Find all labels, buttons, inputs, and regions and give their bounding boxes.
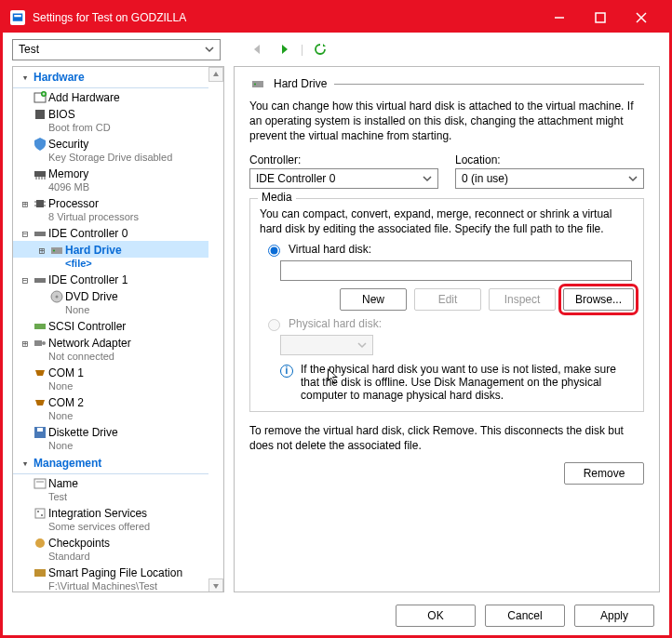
sidebar-item-paging[interactable]: Smart Paging File Location bbox=[13, 564, 208, 580]
apply-button[interactable]: Apply bbox=[574, 605, 654, 627]
window-title: Settings for Test on GODZILLA bbox=[33, 11, 539, 24]
controller-icon bbox=[32, 226, 48, 241]
sidebar-item-processor[interactable]: ⊞ Processor bbox=[13, 194, 208, 211]
sidebar-item-scsi[interactable]: SCSI Controller bbox=[13, 317, 208, 334]
remove-button[interactable]: Remove bbox=[564, 462, 644, 485]
physical-disk-select bbox=[280, 335, 373, 355]
services-icon bbox=[32, 506, 48, 521]
sidebar-item-sub: Standard bbox=[48, 551, 208, 564]
radio-physical-label: Physical hard disk: bbox=[289, 317, 382, 330]
svg-point-32 bbox=[42, 341, 46, 345]
media-group: Media You can compact, convert, expand, … bbox=[249, 198, 644, 412]
media-title: Media bbox=[258, 191, 296, 204]
edit-button[interactable]: Edit bbox=[414, 288, 481, 311]
sidebar-item-sub: Test bbox=[48, 491, 208, 504]
ok-button[interactable]: OK bbox=[396, 605, 476, 627]
controller-select[interactable]: IDE Controller 0 bbox=[249, 168, 438, 189]
inspect-button[interactable]: Inspect bbox=[489, 288, 556, 311]
sidebar-item-sub: Not connected bbox=[48, 351, 208, 364]
section-title: Hard Drive bbox=[274, 77, 327, 90]
controller-value: IDE Controller 0 bbox=[256, 172, 335, 185]
sidebar-item-security[interactable]: Security bbox=[13, 135, 208, 152]
svg-point-40 bbox=[35, 538, 45, 548]
toolbar: Test | bbox=[3, 33, 669, 66]
radio-virtual-disk[interactable]: Virtual hard disk: bbox=[263, 242, 634, 257]
sidebar-item-network[interactable]: ⊞ Network Adapter bbox=[13, 334, 208, 351]
sidebar-item-dvd-drive[interactable]: DVD Drive bbox=[13, 287, 208, 304]
cpu-icon bbox=[32, 196, 48, 211]
refresh-button[interactable] bbox=[311, 40, 329, 59]
sidebar-item-ide0[interactable]: ⊟ IDE Controller 0 bbox=[13, 224, 208, 241]
sidebar-item-bios[interactable]: BIOS bbox=[13, 105, 208, 122]
category-label: Hardware bbox=[34, 71, 85, 84]
close-button[interactable] bbox=[621, 3, 662, 33]
settings-tree[interactable]: ▾ Hardware Add Hardware BIOS Boot from C… bbox=[12, 66, 224, 592]
chevron-down-icon bbox=[628, 174, 638, 183]
svg-rect-31 bbox=[34, 340, 42, 346]
category-hardware[interactable]: ▾ Hardware bbox=[13, 67, 208, 88]
physical-info-text: If the physical hard disk you want to us… bbox=[301, 363, 634, 402]
svg-rect-39 bbox=[41, 514, 43, 516]
floppy-icon bbox=[32, 425, 48, 440]
expand-icon[interactable]: ⊞ bbox=[19, 198, 32, 210]
hard-drive-icon bbox=[48, 243, 65, 258]
forward-button[interactable] bbox=[275, 40, 293, 59]
sidebar-item-com1[interactable]: COM 1 bbox=[13, 364, 208, 380]
sidebar-item-sub: Boot from CD bbox=[48, 122, 208, 135]
radio-physical-input[interactable] bbox=[268, 319, 280, 331]
vm-selector-combo[interactable]: Test bbox=[12, 39, 221, 60]
maximize-button[interactable] bbox=[580, 3, 621, 33]
collapse-icon[interactable]: ⊟ bbox=[19, 228, 32, 240]
svg-rect-38 bbox=[37, 511, 39, 512]
sidebar-item-sub: None bbox=[48, 380, 208, 393]
expand-icon[interactable]: ⊞ bbox=[19, 338, 32, 350]
memory-icon bbox=[32, 166, 48, 181]
browse-button[interactable]: Browse... bbox=[563, 288, 634, 311]
back-button[interactable] bbox=[249, 40, 267, 59]
sidebar-item-sub: Key Storage Drive disabled bbox=[48, 152, 208, 165]
sidebar-item-hard-drive[interactable]: ⊞ Hard Drive bbox=[13, 241, 208, 258]
sidebar-item-sub: <file> bbox=[65, 258, 208, 271]
scroll-down-icon[interactable] bbox=[208, 578, 223, 592]
collapse-icon[interactable]: ⊟ bbox=[19, 274, 32, 286]
sidebar-item-com2[interactable]: COM 2 bbox=[13, 393, 208, 410]
svg-rect-37 bbox=[35, 509, 45, 518]
sidebar-item-diskette[interactable]: Diskette Drive bbox=[13, 423, 208, 440]
settings-window: Settings for Test on GODZILLA Test | ▾ H… bbox=[0, 0, 672, 638]
new-button[interactable]: New bbox=[340, 288, 407, 311]
sidebar-item-sub: 8 Virtual processors bbox=[48, 211, 208, 224]
svg-rect-30 bbox=[34, 324, 46, 329]
media-hint: You can compact, convert, expand, merge,… bbox=[260, 206, 634, 236]
sidebar-item-name[interactable]: Name bbox=[13, 474, 208, 491]
minimize-button[interactable] bbox=[539, 3, 580, 33]
vhd-path-input[interactable] bbox=[280, 260, 632, 281]
collapse-icon: ▾ bbox=[19, 72, 32, 84]
expand-icon[interactable]: ⊞ bbox=[35, 245, 48, 257]
network-icon bbox=[32, 336, 48, 351]
titlebar: Settings for Test on GODZILLA bbox=[3, 3, 669, 33]
svg-marker-6 bbox=[254, 45, 260, 54]
shield-icon bbox=[32, 137, 48, 152]
sidebar-item-memory[interactable]: Memory bbox=[13, 165, 208, 181]
svg-rect-44 bbox=[252, 81, 263, 87]
location-label: Location: bbox=[455, 153, 644, 166]
radio-physical-disk[interactable]: Physical hard disk: bbox=[263, 316, 634, 331]
svg-marker-42 bbox=[213, 72, 219, 76]
cancel-button[interactable]: Cancel bbox=[485, 605, 565, 627]
sidebar-item-ide1[interactable]: ⊟ IDE Controller 1 bbox=[13, 271, 208, 287]
serial-port-icon bbox=[32, 366, 48, 380]
sidebar-item-add-hardware[interactable]: Add Hardware bbox=[13, 88, 208, 105]
svg-rect-13 bbox=[35, 110, 45, 119]
sidebar-item-sub: None bbox=[65, 304, 208, 317]
scroll-up-icon[interactable] bbox=[208, 67, 223, 82]
svg-marker-43 bbox=[213, 584, 219, 589]
chevron-down-icon bbox=[357, 340, 367, 350]
sidebar-item-checkpoints[interactable]: Checkpoints bbox=[13, 534, 208, 551]
location-select[interactable]: 0 (in use) bbox=[455, 168, 644, 189]
tree-scrollbar[interactable] bbox=[208, 67, 223, 592]
radio-virtual-input[interactable] bbox=[268, 245, 280, 257]
category-management[interactable]: ▾ Management bbox=[13, 453, 208, 474]
svg-rect-25 bbox=[51, 247, 62, 254]
sidebar-item-integration[interactable]: Integration Services bbox=[13, 504, 208, 521]
content-area: ▾ Hardware Add Hardware BIOS Boot from C… bbox=[3, 66, 669, 596]
